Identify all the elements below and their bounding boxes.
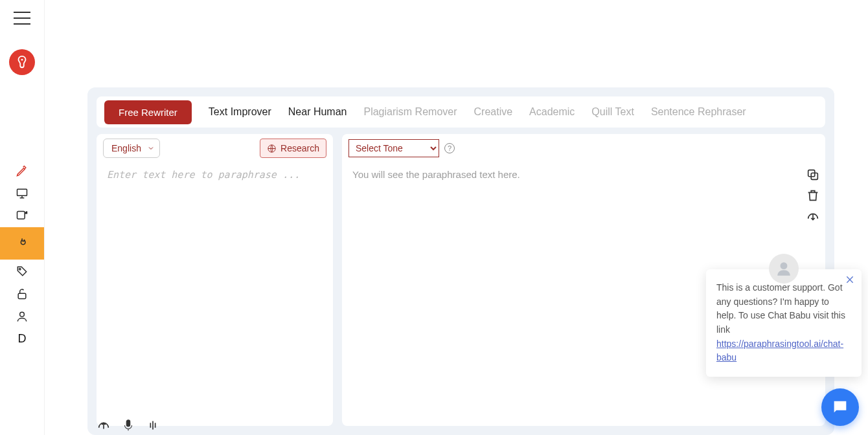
svg-rect-9 — [126, 420, 130, 427]
user-icon — [16, 310, 29, 323]
input-pane: English Research — [97, 134, 333, 426]
sidebar-item-d-label: D — [18, 332, 27, 346]
close-icon — [845, 274, 855, 285]
sidebar-item-pricing[interactable] — [0, 260, 44, 282]
sidebar-item-monitor[interactable] — [0, 182, 44, 205]
sidebar-nav: D — [0, 159, 44, 350]
upload-icon[interactable] — [97, 418, 111, 432]
tab-free-rewriter[interactable]: Free Rewriter — [104, 100, 192, 124]
tone-select[interactable]: Select Tone — [348, 139, 439, 157]
support-avatar — [769, 254, 799, 284]
mode-tab-bar: Free Rewriter Text Improver Near Human P… — [97, 96, 825, 128]
microphone-icon[interactable] — [121, 418, 135, 432]
download-icon[interactable] — [806, 209, 820, 223]
sidebar-item-edit[interactable] — [0, 159, 44, 182]
help-icon: ? — [448, 144, 451, 152]
monitor-icon — [16, 187, 29, 200]
sidebar-item-user[interactable] — [0, 305, 44, 328]
input-pane-body — [97, 162, 333, 426]
flame-icon — [16, 237, 29, 250]
copy-icon[interactable] — [806, 168, 820, 182]
svg-point-0 — [21, 59, 23, 61]
output-actions — [806, 168, 820, 223]
svg-point-5 — [20, 312, 25, 317]
tab-label: Academic — [529, 106, 575, 117]
sidebar-item-unlock[interactable] — [0, 282, 44, 305]
tab-sentence-rephraser[interactable]: Sentence Rephraser — [651, 106, 746, 118]
chat-close-button[interactable] — [845, 274, 855, 285]
tab-text-improver[interactable]: Text Improver — [209, 106, 271, 118]
svg-rect-4 — [18, 293, 26, 298]
sidebar-item-compose[interactable] — [0, 205, 44, 227]
tab-creative[interactable]: Creative — [474, 106, 513, 118]
language-select-wrap: English — [103, 139, 160, 158]
research-button[interactable]: Research — [260, 139, 326, 158]
avatar-icon — [775, 260, 792, 277]
app-logo[interactable] — [9, 49, 35, 75]
sidebar-item-d[interactable]: D — [0, 328, 44, 350]
svg-point-10 — [781, 262, 788, 269]
tab-label: Plagiarism Remover — [363, 106, 457, 117]
input-pane-header: English Research — [97, 134, 333, 162]
unlock-icon — [16, 287, 29, 300]
tab-academic[interactable]: Academic — [529, 106, 575, 118]
tab-quill-text[interactable]: Quill Text — [591, 106, 634, 118]
svg-point-3 — [19, 268, 21, 270]
tab-label: Free Rewriter — [119, 107, 177, 118]
chat-icon — [831, 398, 849, 416]
chat-link[interactable]: https://paraphrasingtool.ai/chat-babu — [716, 339, 843, 363]
main-area: Free Rewriter Text Improver Near Human P… — [45, 0, 868, 435]
svg-rect-2 — [17, 211, 25, 219]
research-button-label: Research — [280, 143, 319, 153]
chat-message-text: This is a customer support. Got any ques… — [716, 282, 845, 335]
chat-launcher-button[interactable] — [821, 388, 859, 426]
paraphrase-input[interactable] — [107, 169, 323, 419]
input-tools — [97, 418, 160, 432]
tab-label: Near Human — [288, 106, 347, 117]
tab-near-human[interactable]: Near Human — [288, 106, 347, 118]
workspace: Free Rewriter Text Improver Near Human P… — [87, 87, 834, 435]
support-chat-popup: This is a customer support. Got any ques… — [706, 269, 862, 377]
audio-wave-icon[interactable] — [146, 418, 160, 432]
tone-help-button[interactable]: ? — [444, 143, 455, 153]
tab-label: Sentence Rephraser — [651, 106, 746, 117]
tab-label: Creative — [474, 106, 513, 117]
tab-label: Quill Text — [591, 106, 634, 117]
sidebar-item-trending[interactable] — [0, 227, 44, 260]
tag-icon — [16, 265, 29, 278]
svg-rect-1 — [17, 189, 27, 195]
compose-icon — [16, 210, 29, 223]
pencil-icon — [16, 164, 29, 177]
menu-toggle-button[interactable] — [14, 12, 30, 25]
delete-icon[interactable] — [806, 188, 820, 203]
tab-plagiarism-remover[interactable]: Plagiarism Remover — [363, 106, 457, 118]
chat-message: This is a customer support. Got any ques… — [716, 281, 851, 365]
paraphrase-output: You will see the paraphrased text here. — [352, 169, 815, 180]
language-select[interactable]: English — [103, 139, 160, 158]
tone-select-wrap: Select Tone ? — [348, 139, 455, 157]
sidebar: D — [0, 0, 45, 435]
tab-label: Text Improver — [209, 106, 271, 117]
globe-icon — [267, 144, 277, 153]
output-pane-header: Select Tone ? — [342, 134, 825, 162]
